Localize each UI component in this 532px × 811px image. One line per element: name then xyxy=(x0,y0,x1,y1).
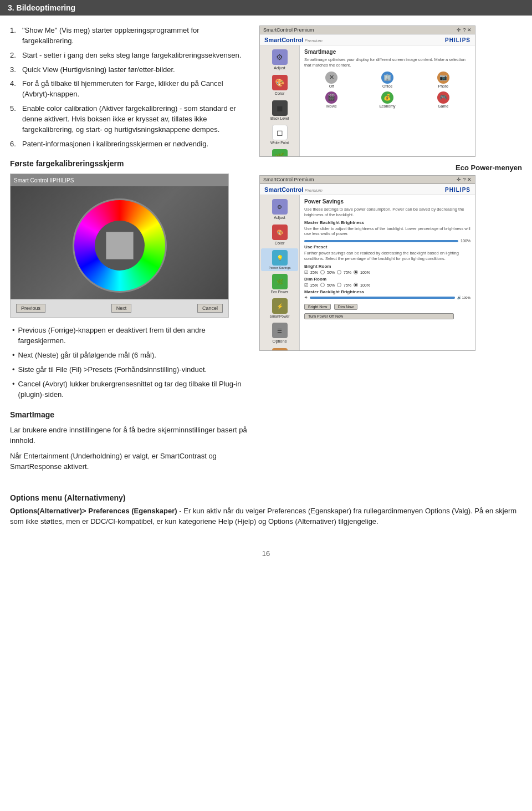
entertainment-text: Når Entertainment (Underholdning) er val… xyxy=(10,451,248,472)
item-number: 6. xyxy=(10,139,19,150)
bright-now-btn[interactable]: Bright Now xyxy=(304,304,331,310)
calib-btn-previous[interactable]: Previous xyxy=(16,304,45,313)
sc-sidebar2-adjust[interactable]: ⚙ Adjust xyxy=(261,197,298,222)
turn-off-btn[interactable]: Turn Power Off Now xyxy=(304,313,454,319)
sc-sidebar2-powersavings[interactable]: 💡 Power Savings xyxy=(261,248,298,271)
sc-close-btn-2[interactable]: ? ✕ xyxy=(463,177,472,182)
dim-now-btn[interactable]: Dim Now xyxy=(334,304,357,310)
sc-brand-premium-1: Premium xyxy=(305,38,323,43)
sc-brand-area-2: SmartControl Premium xyxy=(264,186,323,193)
sc-power-savings-desc: Use these settings to save power consump… xyxy=(304,207,470,218)
sc-sidebar2-color[interactable]: 🎨 Color xyxy=(261,223,298,247)
bullet-text: Next (Neste) går til påfølgende mål (6 m… xyxy=(18,350,156,361)
master-brightness-track2[interactable] xyxy=(310,297,455,299)
smartimage-office-icon: 🏢 xyxy=(381,72,393,84)
sc-ecopower-icon: 🌿 xyxy=(272,149,288,157)
sc-header-area-2: SmartControl Premium PHILIPS xyxy=(260,184,475,195)
smartimage-movie-icon: 🎬 xyxy=(325,91,337,104)
bullet-list-item: Previous (Forrige)-knappen er deaktivert… xyxy=(10,325,248,346)
sc-bright-room-label: Bright Room xyxy=(304,264,470,269)
sc-titlebar-1: SmartControl Premium ✛ ? ✕ xyxy=(260,26,475,34)
sc-sidebar2-options[interactable]: ☰ Options xyxy=(261,321,298,345)
master-brightness-slider-row2: ☀ 🔊 100% xyxy=(304,295,470,300)
sc-sidebar-item-blacklevel[interactable]: ◼ Black Level xyxy=(261,99,298,122)
master-brightness-fill2 xyxy=(310,297,455,299)
bullet-text: Previous (Forrige)-knappen er deaktivert… xyxy=(18,325,248,346)
calib-btn-next[interactable]: Next xyxy=(111,304,132,313)
options-text-full: Options(Alternativer)> Preferences (Egen… xyxy=(10,506,522,527)
sc-body-1: ⚙ Adjust 🎨 Color ◼ Black Level ◻ White P… xyxy=(260,45,475,156)
smartimage-option-economy[interactable]: 💰 Economy xyxy=(360,90,415,109)
master-brightness-track[interactable] xyxy=(304,240,458,242)
smartimage-option-movie[interactable]: 🎬 Movie xyxy=(304,90,359,109)
page-number: 16 xyxy=(262,549,270,558)
smartimage-option-off[interactable]: ✕ Off xyxy=(304,70,359,89)
sc-sidebar2-smartpower-icon: ⚡ xyxy=(272,298,288,314)
sc-title-text-2: SmartControl Premium xyxy=(263,177,314,182)
calib-title: Smart Control II xyxy=(14,177,53,183)
bright-room-radio-100[interactable] xyxy=(354,270,358,274)
sc-blacklevel-label: Black Level xyxy=(270,116,289,120)
smartimage-option-game[interactable]: 🎮 Game xyxy=(416,90,470,109)
sc-sidebar-item-whitepoint[interactable]: ◻ White Point xyxy=(261,123,298,146)
sc-sidebar-item-adjust[interactable]: ⚙ Adjust xyxy=(261,48,298,72)
item-number: 1. xyxy=(10,25,19,47)
dim-room-100: 100% xyxy=(360,283,370,287)
dim-room-radio-50[interactable] xyxy=(320,283,325,287)
sc-move-icon: ✛ xyxy=(457,27,461,33)
sc-sidebar2-help-icon: ? xyxy=(272,348,288,351)
sc-sidebar-item-ecopower[interactable]: 🌿 Eco Power xyxy=(261,147,298,157)
smartimage-heading: SmartImage xyxy=(10,410,248,419)
smartcontrol-screenshot-1: SmartControl Premium ✛ ? ✕ SmartControl … xyxy=(259,25,475,157)
dim-room-radio-row: ☑ 25% 50% 75% 100% xyxy=(304,283,470,288)
section-header-title: 3. Bildeoptimering xyxy=(8,3,75,12)
item-text: Start - setter i gang den seks steg lang… xyxy=(22,50,241,61)
sc-sidebar2-adjust-icon: ⚙ xyxy=(272,199,288,215)
smartimage-option-office[interactable]: 🏢 Office xyxy=(360,70,415,89)
section-header: 3. Bildeoptimering xyxy=(0,0,532,16)
smartimage-option-photo[interactable]: 📷 Photo xyxy=(416,70,470,89)
smartimage-off-label: Off xyxy=(329,84,334,88)
smartimage-off-icon: ✕ xyxy=(325,72,337,84)
dim-room-radio-100[interactable] xyxy=(354,283,358,287)
bullet-text: Cancel (Avbryt) lukker brukergrensesnitt… xyxy=(18,379,248,400)
numbered-list-item: 2.Start - setter i gang den seks steg la… xyxy=(10,50,248,61)
sc-sidebar2-smartpower[interactable]: ⚡ SmartPower xyxy=(261,297,298,320)
sc-smartimage-desc: SmartImage optimises your display for di… xyxy=(304,57,470,68)
bullet-text: Siste går til File (Fil) >Presets (Forhå… xyxy=(18,365,207,375)
smartimage-game-icon: 🎮 xyxy=(437,91,449,104)
sc-close-btn[interactable]: ? ✕ xyxy=(463,27,472,33)
bullet-list: Previous (Forrige)-knappen er deaktivert… xyxy=(10,325,248,400)
bright-room-radio-75[interactable] xyxy=(337,270,341,274)
dim-room-radio-75[interactable] xyxy=(337,283,341,287)
sc-dim-room-label: Dim Room xyxy=(304,277,470,282)
sc-header-area-1: SmartControl Premium PHILIPS xyxy=(260,34,475,45)
calib-btn-cancel[interactable]: Cancel xyxy=(197,304,223,313)
sc-whitepoint-label: White Point xyxy=(270,141,289,145)
smartimage-office-label: Office xyxy=(382,84,392,88)
sc-title-text-1: SmartControl Premium xyxy=(263,27,314,33)
sc-sidebar2-ecopower[interactable]: 🌿 Eco Power xyxy=(261,272,298,295)
sc-adjust-label: Adjust xyxy=(274,65,285,70)
smartimage-game-label: Game xyxy=(438,104,448,108)
sc-sidebar2-options-icon: ☰ xyxy=(272,323,288,338)
grey-square xyxy=(106,232,134,259)
smartimage-economy-label: Economy xyxy=(379,104,395,108)
options-menu-heading: Options menu (Alternativmeny) xyxy=(10,493,522,502)
sc-sidebar2-help[interactable]: ? Help xyxy=(261,346,298,351)
sc-sidebar2-smartpower-label: SmartPower xyxy=(270,314,290,318)
calib-bottom-bar: Previous Next Cancel xyxy=(11,299,228,317)
smartimage-photo-label: Photo xyxy=(438,84,448,88)
sc-sidebar-item-color[interactable]: 🎨 Color xyxy=(261,73,298,98)
sc-sidebar2-ecopower-label: Eco Power xyxy=(271,290,288,294)
bright-room-100: 100% xyxy=(360,271,370,274)
sc-sidebar2-color-icon: 🎨 xyxy=(272,225,288,240)
bright-room-x-checkbox: ☑ xyxy=(304,270,308,275)
bullet-list-item: Cancel (Avbryt) lukker brukergrensesnitt… xyxy=(10,379,248,400)
bright-room-radio-50[interactable] xyxy=(320,270,325,274)
bullet-list-item: Next (Neste) går til påfølgende mål (6 m… xyxy=(10,350,248,361)
dim-room-25: 25% xyxy=(310,283,318,287)
sc-sidebar2-color-label: Color xyxy=(275,241,285,246)
master-brightness-value2: 🔊 100% xyxy=(457,295,470,299)
bullet-list-item: Siste går til File (Fil) >Presets (Forhå… xyxy=(10,365,248,375)
